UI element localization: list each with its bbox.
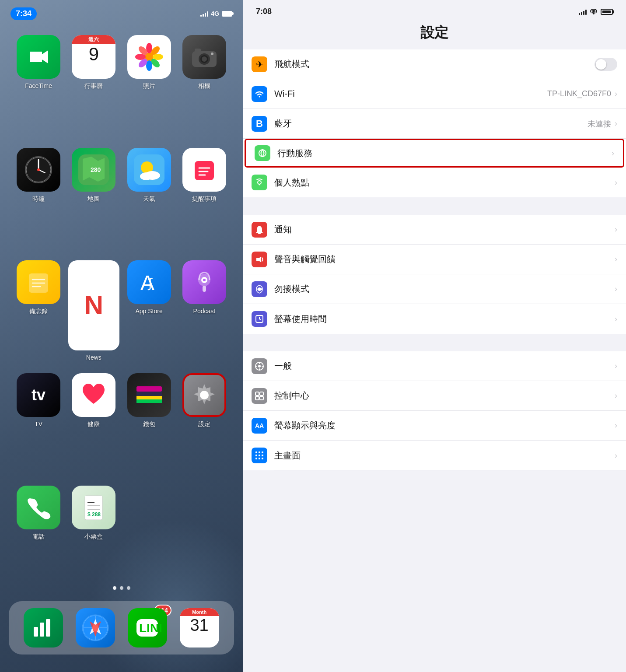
reminders-label: 提醒事項 bbox=[192, 195, 217, 203]
dock-numbers[interactable] bbox=[24, 608, 63, 648]
app-receipts[interactable]: $ 288 小票盒 bbox=[68, 486, 119, 586]
sounds-chevron: › bbox=[615, 255, 617, 264]
settings-row-wifi[interactable]: Wi-Fi TP-LINK_CD67F0 › bbox=[243, 79, 626, 109]
svg-rect-46 bbox=[136, 396, 162, 399]
health-label: 健康 bbox=[87, 420, 100, 428]
bluetooth-label: 藍牙 bbox=[274, 118, 588, 130]
svg-rect-77 bbox=[255, 452, 257, 453]
receipts-label: 小票盒 bbox=[84, 533, 103, 541]
health-icon bbox=[72, 373, 115, 417]
svg-line-70 bbox=[259, 319, 261, 320]
settings-row-display[interactable]: AA 螢幕顯示與亮度 › bbox=[243, 411, 626, 441]
sounds-icon bbox=[252, 252, 267, 267]
svg-rect-47 bbox=[136, 399, 162, 403]
bluetooth-value: 未連接 bbox=[588, 119, 611, 129]
hotspot-icon bbox=[252, 175, 267, 190]
settings-row-airplane[interactable]: ✈ 飛航模式 bbox=[243, 49, 626, 79]
svg-rect-81 bbox=[259, 455, 260, 456]
app-weather[interactable]: 天氣 bbox=[124, 148, 175, 248]
dock-line[interactable]: 114 LINE bbox=[128, 608, 167, 648]
svg-rect-85 bbox=[262, 458, 263, 459]
svg-rect-43 bbox=[203, 286, 206, 292]
app-podcast[interactable]: Podcast bbox=[179, 260, 230, 361]
facetime-icon bbox=[17, 35, 60, 79]
app-news[interactable]: N News bbox=[68, 260, 119, 361]
app-maps[interactable]: 280 地圖 bbox=[68, 148, 119, 248]
network-label: 4G bbox=[211, 10, 219, 17]
tv-label: TV bbox=[35, 420, 42, 427]
app-clock[interactable]: 時鐘 bbox=[13, 148, 64, 248]
wifi-chevron: › bbox=[615, 89, 617, 98]
settings-section-1: ✈ 飛航模式 Wi-Fi TP-LINK_CD67F0 › B bbox=[243, 49, 626, 197]
settings-row-general[interactable]: 一般 › bbox=[243, 351, 626, 381]
weather-icon bbox=[127, 148, 171, 192]
facetime-label: FaceTime bbox=[25, 82, 52, 89]
app-camera[interactable]: 相機 bbox=[179, 35, 230, 136]
airplane-toggle[interactable] bbox=[595, 58, 617, 71]
svg-rect-79 bbox=[262, 452, 263, 453]
display-label: 螢幕顯示與亮度 bbox=[274, 420, 615, 431]
battery-icon bbox=[222, 11, 232, 17]
app-appstore[interactable]: A∫ App Store bbox=[124, 260, 175, 361]
general-content: 一般 › bbox=[274, 360, 617, 372]
wifi-value: TP-LINK_CD67F0 bbox=[547, 89, 611, 98]
dock-safari[interactable] bbox=[76, 608, 115, 648]
settings-row-screentime[interactable]: 螢幕使用時間 › bbox=[243, 304, 626, 334]
hotspot-label: 個人熱點 bbox=[274, 177, 615, 189]
podcast-icon bbox=[182, 260, 226, 304]
airplane-icon: ✈ bbox=[252, 56, 267, 72]
tv-icon: tv bbox=[17, 373, 60, 417]
cellular-chevron: › bbox=[612, 149, 614, 158]
svg-point-42 bbox=[203, 279, 206, 281]
settings-row-notifications[interactable]: 通知 › bbox=[243, 215, 626, 245]
app-photos[interactable]: 照片 bbox=[124, 35, 175, 136]
settings-row-home[interactable]: 主畫面 › bbox=[243, 441, 626, 470]
settings-row-controlcenter[interactable]: 控制中心 › bbox=[243, 381, 626, 411]
settings-row-bluetooth[interactable]: B 藍牙 未連接 › bbox=[243, 109, 626, 139]
display-chevron: › bbox=[615, 421, 617, 430]
svg-point-17 bbox=[211, 52, 213, 55]
display-icon: AA bbox=[252, 418, 267, 434]
row-underline bbox=[274, 470, 626, 470]
settings-row-sounds[interactable]: 聲音與觸覺回饋 › bbox=[243, 245, 626, 274]
time-left: 7:34 bbox=[10, 7, 37, 20]
app-phone[interactable]: 電話 bbox=[13, 486, 64, 586]
wifi-content: Wi-Fi TP-LINK_CD67F0 › bbox=[274, 89, 617, 99]
bluetooth-content: 藍牙 未連接 › bbox=[274, 118, 617, 130]
screentime-label: 螢幕使用時間 bbox=[274, 313, 615, 325]
app-wallet[interactable]: 錢包 bbox=[124, 373, 175, 474]
battery-fill bbox=[602, 10, 611, 13]
calendar-date: 9 bbox=[89, 44, 99, 63]
app-reminders[interactable]: 提醒事項 bbox=[179, 148, 230, 248]
svg-point-15 bbox=[202, 56, 207, 62]
controlcenter-label: 控制中心 bbox=[274, 390, 615, 402]
app-settings[interactable]: 設定 bbox=[179, 373, 230, 474]
calendar-icon: 週六 9 bbox=[72, 35, 115, 79]
status-bar-right: 7:08 bbox=[243, 0, 626, 20]
home-content: 主畫面 › bbox=[274, 450, 617, 462]
app-notes[interactable]: 備忘錄 bbox=[13, 260, 64, 361]
home-chevron: › bbox=[615, 451, 617, 460]
app-calendar[interactable]: 週六 9 行事曆 bbox=[68, 35, 119, 136]
app-facetime[interactable]: FaceTime bbox=[13, 35, 64, 136]
settings-list[interactable]: ✈ 飛航模式 Wi-Fi TP-LINK_CD67F0 › B bbox=[243, 49, 626, 672]
settings-section-3: 一般 › 控制中心 › AA 螢幕顯示與亮度 › bbox=[243, 351, 626, 470]
dnd-label: 勿擾模式 bbox=[274, 283, 615, 295]
svg-rect-83 bbox=[255, 458, 257, 459]
settings-row-cellular[interactable]: 行動服務 › bbox=[245, 139, 624, 168]
dnd-chevron: › bbox=[615, 284, 617, 294]
status-icons-left: 4G bbox=[200, 10, 232, 17]
dock-calendar[interactable]: Month 31 bbox=[180, 608, 219, 648]
reminders-icon bbox=[182, 148, 226, 192]
camera-label: 相機 bbox=[198, 82, 210, 90]
home-screen-icon bbox=[252, 448, 267, 463]
app-health[interactable]: 健康 bbox=[68, 373, 119, 474]
app-tv[interactable]: tv TV bbox=[13, 373, 64, 474]
appstore-icon: A∫ bbox=[127, 260, 171, 304]
settings-row-dnd[interactable]: 勿擾模式 › bbox=[243, 274, 626, 304]
notifications-label: 通知 bbox=[274, 224, 615, 235]
dnd-icon bbox=[252, 281, 267, 297]
dnd-content: 勿擾模式 › bbox=[274, 283, 617, 295]
settings-row-hotspot[interactable]: 個人熱點 › bbox=[243, 168, 626, 197]
page-dot-3 bbox=[127, 586, 130, 590]
